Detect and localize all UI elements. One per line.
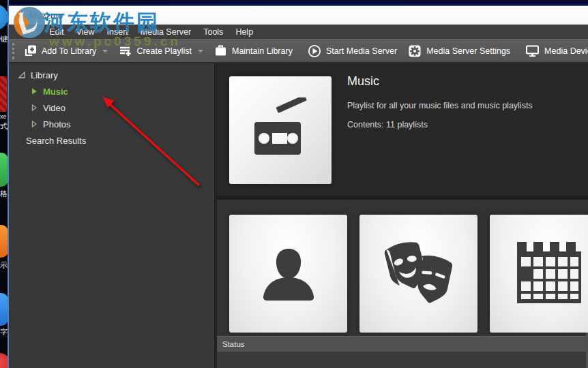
- maintain-library-icon: [214, 44, 227, 57]
- media-devices-label: Media Devices: [544, 46, 588, 56]
- music-header-tile[interactable]: [229, 76, 332, 184]
- radio-icon: [245, 97, 316, 163]
- genre-tile[interactable]: [359, 215, 477, 333]
- create-playlist-label: Create Playlist: [136, 46, 192, 56]
- status-content-area: [217, 352, 588, 368]
- mezzmo-window: Mezzmo File Edit View Insert Media Serve…: [8, 0, 588, 368]
- titlebar[interactable]: Mezzmo: [9, 6, 588, 25]
- start-media-server-button[interactable]: Start Media Server: [302, 42, 402, 61]
- media-server-settings-icon: [408, 44, 422, 58]
- expanded-triangle-icon[interactable]: [18, 72, 25, 78]
- tree-item-search-results[interactable]: Search Results: [26, 132, 86, 149]
- tree-item-video[interactable]: Video: [31, 99, 65, 116]
- menu-help[interactable]: Help: [229, 26, 259, 38]
- app-body: Library Music Video: [9, 63, 588, 368]
- tree-label-library: Library: [31, 70, 58, 80]
- year-tile[interactable]: [490, 215, 588, 333]
- year-calendar-icon: [512, 236, 587, 311]
- status-bar: Status: [217, 336, 588, 352]
- tree-label-photos: Photos: [43, 119, 70, 129]
- desktop-icon-red-seal[interactable]: [0, 76, 7, 112]
- media-server-settings-button[interactable]: Media Server Settings: [402, 42, 516, 61]
- library-tree-panel: Library Music Video: [9, 63, 213, 368]
- media-devices-icon: [525, 44, 540, 57]
- add-to-library-label: Add To Library: [42, 46, 96, 56]
- create-playlist-icon: [119, 44, 132, 57]
- contents-count: Contents: 11 playlists: [347, 120, 428, 129]
- genre-masks-icon: [378, 233, 460, 315]
- menu-file[interactable]: File: [17, 26, 43, 38]
- toolbar-grip[interactable]: [12, 43, 14, 59]
- tree-label-video: Video: [43, 103, 65, 113]
- menu-insert[interactable]: Insert: [101, 26, 134, 38]
- chevron-down-icon[interactable]: [198, 50, 203, 52]
- menu-view[interactable]: View: [70, 26, 101, 38]
- tree-label-search-results: Search Results: [26, 136, 86, 146]
- music-header-section: Music Playlist for all your music files …: [217, 63, 588, 196]
- create-playlist-button[interactable]: Create Playlist: [113, 42, 209, 61]
- window-title: Mezzmo: [29, 10, 63, 20]
- start-media-server-icon: [308, 44, 321, 58]
- page-description: Playlist for all your music files and mu…: [347, 101, 533, 110]
- tree-label-music: Music: [43, 87, 68, 97]
- add-to-library-icon: [24, 44, 37, 57]
- menu-media-server[interactable]: Media Server: [134, 26, 197, 38]
- menubar: File Edit View Insert Media Server Tools…: [9, 25, 588, 39]
- collapsed-triangle-icon[interactable]: [31, 104, 38, 111]
- start-media-server-label: Start Media Server: [326, 46, 397, 56]
- status-label: Status: [217, 340, 245, 348]
- collapsed-triangle-icon[interactable]: [31, 121, 38, 127]
- artist-person-icon: [251, 236, 326, 311]
- tree-item-library[interactable]: Library: [18, 67, 58, 83]
- chevron-down-icon[interactable]: [102, 50, 108, 52]
- toolbar: Add To Library Create Playlist Maintain …: [9, 39, 588, 62]
- maintain-library-button[interactable]: Maintain Library: [209, 42, 298, 61]
- playlist-tiles-section: [217, 200, 588, 336]
- menu-tools[interactable]: Tools: [197, 26, 229, 38]
- add-to-library-button[interactable]: Add To Library: [18, 42, 113, 61]
- media-devices-button[interactable]: Media Devices: [520, 42, 588, 61]
- main-content: Music Playlist for all your music files …: [217, 63, 588, 368]
- screen: 键 xe 式 格 示 字 Mezzmo File Edit View Inser…: [0, 0, 588, 368]
- top-window-edge: [9, 0, 588, 5]
- artist-tile[interactable]: [229, 215, 347, 333]
- page-title: Music: [347, 74, 379, 89]
- maintain-library-label: Maintain Library: [232, 46, 293, 56]
- collapsed-triangle-icon-selected[interactable]: [31, 88, 38, 95]
- tree-item-music[interactable]: Music: [31, 83, 68, 99]
- tree-item-photos[interactable]: Photos: [31, 116, 70, 132]
- media-server-settings-label: Media Server Settings: [426, 46, 510, 56]
- menu-edit[interactable]: Edit: [43, 26, 70, 38]
